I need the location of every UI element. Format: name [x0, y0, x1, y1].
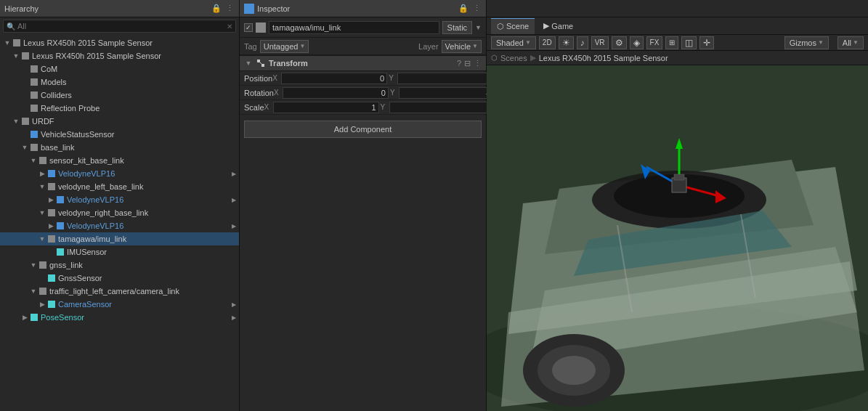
scene-svg	[487, 65, 868, 411]
tree-item-label: traffic_light_left_camera/camera_link	[49, 287, 179, 296]
blue-cube-icon	[46, 168, 57, 179]
tree-item-velodyne1[interactable]: VelodyneVLP16 ▶	[0, 167, 239, 180]
tree-item-com[interactable]: CoM	[0, 62, 239, 76]
all-dropdown[interactable]: All ▼	[837, 36, 864, 49]
tree-arrow	[46, 221, 55, 230]
overlay-icon-btn[interactable]: ◈	[630, 36, 644, 49]
grid-icon-btn[interactable]: ⊞	[665, 36, 678, 49]
game-tab[interactable]: ▶ Game	[538, 18, 579, 34]
tree-item-reflection-probe[interactable]: Reflection Probe	[0, 102, 239, 115]
position-x-input[interactable]	[281, 73, 387, 84]
tree-item-models[interactable]: Models	[0, 76, 239, 89]
tree-item-label: Lexus RX450h 2015 Sample Sensor	[23, 38, 153, 47]
inspector-icon	[244, 4, 254, 14]
transform-settings-icon[interactable]: ⊟	[464, 59, 471, 68]
tree-item-velodyne-right[interactable]: velodyne_right_base_link	[0, 206, 239, 219]
light-icon-btn[interactable]: ☀	[559, 36, 574, 49]
search-clear-icon[interactable]: ✕	[227, 23, 232, 30]
object-name-field[interactable]	[269, 21, 439, 34]
game-tab-icon: ▶	[543, 21, 549, 30]
static-dropdown-arrow[interactable]: ▼	[475, 24, 482, 31]
search-input[interactable]	[17, 22, 224, 30]
scene-extra2-btn[interactable]: ✛	[699, 36, 714, 49]
hierarchy-lock-icon[interactable]: 🔒	[211, 4, 222, 14]
rotation-row: Rotation X Y Z	[240, 86, 486, 100]
tree-item-camera-link[interactable]: traffic_light_left_camera/camera_link	[0, 285, 239, 298]
inspector-tab-label: Inspector	[257, 4, 290, 13]
tree-arrow	[20, 104, 29, 113]
cube-icon	[29, 103, 39, 113]
tree-arrow	[20, 143, 29, 152]
cyan-cube-icon	[46, 273, 57, 283]
tree-item-velodyne-left[interactable]: velodyne_left_base_link	[0, 180, 239, 193]
tree-item-camerasensor[interactable]: CameraSensor ▶	[0, 298, 239, 311]
tag-layer-row: Tag Untagged ▼ Layer Vehicle ▼	[240, 38, 486, 55]
audio-icon-btn[interactable]: ♪	[577, 36, 588, 49]
transform-collapse-arrow[interactable]	[244, 59, 253, 68]
transform-title: Transform	[269, 59, 454, 68]
layer-dropdown[interactable]: Vehicle ▼	[442, 40, 482, 53]
inspector-lock-icon[interactable]: 🔒	[458, 4, 469, 14]
scene-toolbar: Shaded ▼ 2D ☀ ♪ VR ⚙ ◈ FX ⊞ ◫ ✛ Gizmos ▼…	[487, 35, 868, 51]
tools-icon-btn[interactable]: ⚙	[612, 36, 627, 49]
tree-item-imu-link[interactable]: tamagawa/imu_link	[0, 232, 239, 245]
tag-dropdown[interactable]: Untagged ▼	[260, 40, 309, 53]
fx-icon-btn[interactable]: FX	[646, 36, 663, 49]
2d-button[interactable]: 2D	[539, 36, 556, 49]
tree-item-colliders[interactable]: Colliders	[0, 89, 239, 102]
tree-item-gnsssensor[interactable]: GnssSensor	[0, 272, 239, 285]
tree-item-base-link[interactable]: base_link	[0, 141, 239, 154]
tree-item-label: GnssSensor	[58, 274, 102, 282]
tag-label: Tag	[244, 42, 257, 51]
tree-item-urdf[interactable]: URDF	[0, 115, 239, 128]
inspector-tab[interactable]: Inspector 🔒 ⋮	[240, 0, 487, 17]
scale-y-input[interactable]	[389, 102, 495, 113]
add-component-button[interactable]: Add Component	[244, 121, 482, 138]
scene-tab[interactable]: ⬡ Scene	[491, 18, 535, 34]
tree-item-gnss-link[interactable]: gnss_link	[0, 259, 239, 272]
layer-label: Layer	[418, 42, 439, 51]
tree-item-sensor-kit[interactable]: sensor_kit_base_link	[0, 154, 239, 167]
scale-label: Scale	[244, 103, 264, 112]
tree-item-imusensor[interactable]: IMUSensor	[0, 245, 239, 259]
scene-3d-view[interactable]	[487, 65, 868, 411]
static-button[interactable]: Static	[442, 21, 473, 34]
shading-dropdown[interactable]: Shaded ▼	[491, 36, 536, 49]
tree-arrow	[38, 208, 46, 217]
inspector-menu-icon[interactable]: ⋮	[471, 4, 482, 14]
tree-item-velodyne2[interactable]: VelodyneVLP16 ▶	[0, 193, 239, 206]
vr-icon-btn[interactable]: VR	[591, 36, 609, 49]
expand-icon: ▶	[232, 197, 239, 203]
transform-help-icon[interactable]: ?	[457, 59, 461, 68]
shading-arrow: ▼	[525, 39, 531, 46]
search-icon: 🔍	[7, 23, 15, 30]
rotation-label: Rotation	[244, 89, 274, 97]
tree-arrow	[12, 52, 20, 60]
y-axis-label: Y	[381, 103, 388, 111]
scene-viewport[interactable]	[487, 65, 868, 411]
tree-item-lexus[interactable]: Lexus RX450h 2015 Sample Sensor	[0, 49, 239, 62]
tree-arrow	[29, 261, 38, 269]
transform-menu-icon[interactable]: ⋮	[474, 59, 482, 68]
y-axis-label: Y	[389, 74, 396, 82]
tree-item-root[interactable]: Lexus RX450h 2015 Sample Sensor	[0, 36, 239, 49]
tag-value: Untagged	[264, 42, 299, 51]
tree-arrow	[38, 169, 46, 178]
cube-icon	[12, 38, 22, 48]
expand-icon: ▶	[232, 223, 239, 229]
gizmos-dropdown[interactable]: Gizmos ▼	[784, 36, 829, 49]
scene-tab-label: Scene	[506, 22, 529, 30]
tree-item-vehiclestatussensor[interactable]: VehicleStatusSensor	[0, 128, 239, 141]
rotation-x-input[interactable]	[283, 87, 389, 99]
hierarchy-menu-icon[interactable]: ⋮	[224, 4, 235, 14]
add-component-section: Add Component	[240, 115, 486, 144]
svg-rect-17	[674, 174, 684, 180]
object-active-checkbox[interactable]	[244, 23, 253, 32]
tree-item-velodyne3[interactable]: VelodyneVLP16 ▶	[0, 219, 239, 232]
hierarchy-tab[interactable]: Hierarchy 🔒 ⋮	[0, 0, 240, 17]
all-arrow: ▼	[853, 39, 859, 46]
tree-item-posesensor[interactable]: PoseSensor ▶	[0, 311, 239, 324]
scale-x-input[interactable]	[273, 102, 379, 113]
scene-extra-btn[interactable]: ◫	[681, 36, 697, 49]
hierarchy-search-bar[interactable]: 🔍 ✕	[3, 20, 236, 33]
